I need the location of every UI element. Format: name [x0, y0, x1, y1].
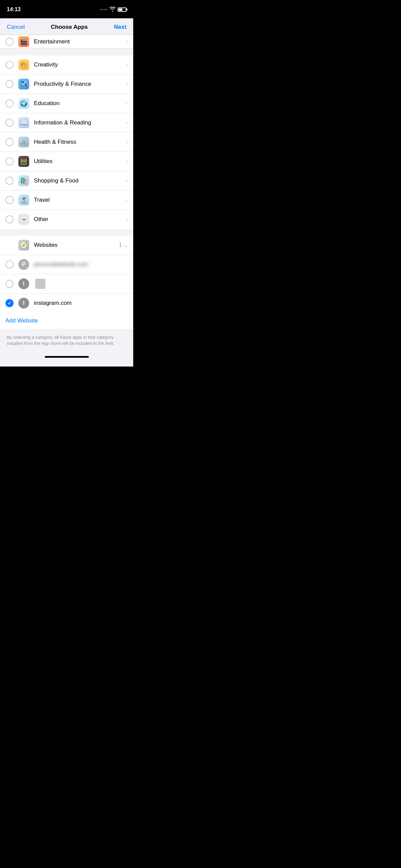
label-travel: Travel — [34, 197, 126, 203]
chevron-education: › — [126, 100, 128, 106]
websites-header-row[interactable]: 🧭 Websites 1 ⌄ — [0, 236, 133, 255]
icon-health-fitness: 🚲 — [18, 137, 29, 147]
gap-1 — [0, 48, 133, 55]
list-item-travel[interactable]: 🏝️ Travel › — [0, 191, 133, 210]
home-indicator — [0, 353, 133, 360]
icon-travel: 🏝️ — [18, 195, 29, 205]
signal-icon — [100, 9, 107, 10]
label-website-instagram: instagram.com — [34, 300, 128, 307]
entertainment-section: 🎬 Entertainment › — [0, 35, 133, 48]
label-utilities: Utilities — [34, 158, 126, 165]
chevron-entertainment: › — [126, 39, 128, 45]
nav-title: Choose Apps — [51, 24, 88, 31]
status-icons — [100, 7, 126, 13]
wifi-icon — [109, 7, 116, 13]
status-time: 14:13 — [7, 6, 21, 13]
label-website-1: personalwebsite.com — [34, 261, 128, 268]
chevron-health-fitness: › — [126, 139, 128, 145]
list-item-health-fitness[interactable]: 🚲 Health & Fitness › — [0, 133, 133, 152]
chevron-productivity-finance: › — [126, 81, 128, 87]
radio-health-fitness[interactable] — [5, 138, 14, 146]
main-categories-section: 🎨 Creativity › ✈️ Productivity & Finance… — [0, 55, 133, 229]
chevron-shopping-food: › — [126, 178, 128, 184]
icon-utilities: 🧮 — [18, 156, 29, 167]
cancel-button[interactable]: Cancel — [7, 24, 25, 31]
radio-utilities[interactable] — [5, 157, 14, 165]
icon-education: 🌍 — [18, 98, 29, 109]
radio-information-reading[interactable] — [5, 119, 14, 127]
list-item-education[interactable]: 🌍 Education › — [0, 94, 133, 113]
list-item-website-1[interactable]: P personalwebsite.com — [0, 255, 133, 274]
phone-container: 14:13 Cancel — [0, 0, 133, 367]
icon-other: ••• — [18, 214, 29, 225]
status-bar: 14:13 — [0, 0, 133, 17]
radio-website-instagram[interactable] — [5, 299, 14, 307]
list-item-other[interactable]: ••• Other › — [0, 210, 133, 229]
label-productivity-finance: Productivity & Finance — [34, 81, 126, 87]
label-entertainment: Entertainment — [34, 38, 126, 45]
add-website-row[interactable]: Add Website — [0, 313, 133, 329]
main-sheet: Cancel Choose Apps Next 🎬 Entertainment … — [0, 18, 133, 367]
label-websites: Websites — [34, 242, 119, 249]
websites-count: 1 — [119, 242, 122, 249]
avatar-website-instagram: I — [18, 298, 29, 309]
radio-website-1[interactable] — [5, 260, 14, 269]
icon-websites: 🧭 — [18, 240, 29, 251]
radio-website-2[interactable] — [5, 280, 14, 288]
expand-websites-icon[interactable]: ⌄ — [124, 243, 128, 248]
icon-productivity-finance: ✈️ — [18, 79, 29, 90]
blurred-image-placeholder — [35, 279, 45, 289]
radio-education[interactable] — [5, 99, 14, 107]
radio-productivity-finance[interactable] — [5, 80, 14, 88]
list-item-website-instagram[interactable]: I instagram.com — [0, 294, 133, 313]
label-creativity: Creativity — [34, 61, 126, 68]
websites-section: 🧭 Websites 1 ⌄ P personalwebsite.com I — [0, 236, 133, 329]
chevron-travel: › — [126, 197, 128, 203]
categories-list: 🎬 Entertainment › 🎨 Creativity › — [0, 35, 133, 367]
list-item-utilities[interactable]: 🧮 Utilities › — [0, 152, 133, 171]
icon-information-reading: 📖 — [18, 117, 29, 128]
label-information-reading: Information & Reading — [34, 119, 126, 126]
icon-shopping-food: 🛍️ — [18, 175, 29, 186]
chevron-information-reading: › — [126, 120, 128, 126]
footer-text: By selecting a category, all future apps… — [0, 329, 133, 353]
home-bar — [45, 356, 89, 358]
label-health-fitness: Health & Fitness — [34, 139, 126, 145]
nav-bar: Cancel Choose Apps Next — [0, 18, 133, 35]
radio-creativity[interactable] — [5, 61, 14, 69]
battery-icon — [118, 7, 126, 12]
next-button[interactable]: Next — [114, 24, 126, 31]
avatar-website-2: I — [18, 278, 29, 289]
chevron-other: › — [126, 216, 128, 222]
chevron-creativity: › — [126, 62, 128, 68]
radio-travel[interactable] — [5, 196, 14, 204]
label-shopping-food: Shopping & Food — [34, 177, 126, 184]
icon-creativity: 🎨 — [18, 59, 29, 70]
list-item-shopping-food[interactable]: 🛍️ Shopping & Food › — [0, 171, 133, 191]
icon-entertainment: 🎬 — [18, 36, 29, 47]
radio-shopping-food[interactable] — [5, 177, 14, 185]
avatar-website-1: P — [18, 259, 29, 270]
list-item-entertainment[interactable]: 🎬 Entertainment › — [0, 35, 133, 48]
label-education: Education — [34, 100, 126, 107]
chevron-utilities: › — [126, 158, 128, 164]
add-website-button[interactable]: Add Website — [5, 317, 38, 324]
list-item-website-2[interactable]: I — [0, 274, 133, 294]
gap-2 — [0, 229, 133, 236]
list-item-productivity-finance[interactable]: ✈️ Productivity & Finance › — [0, 75, 133, 94]
radio-other[interactable] — [5, 215, 14, 223]
label-other: Other — [34, 216, 126, 223]
list-item-creativity[interactable]: 🎨 Creativity › — [0, 55, 133, 75]
radio-entertainment[interactable] — [5, 38, 14, 46]
list-item-information-reading[interactable]: 📖 Information & Reading › — [0, 113, 133, 133]
